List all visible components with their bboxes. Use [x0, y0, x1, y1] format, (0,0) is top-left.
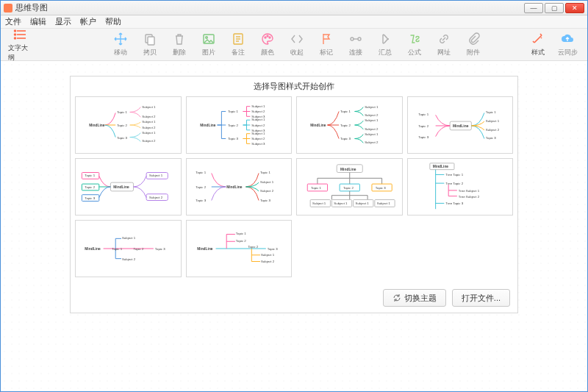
open-file-button[interactable]: 打开文件... [452, 289, 510, 307]
menu-help[interactable]: 帮助 [105, 16, 121, 27]
template-panel: 选择导图样式开始创作 MindLine Topic 1Topic 2Topic … [70, 76, 518, 313]
svg-point-9 [206, 37, 208, 39]
svg-text:Topic 2: Topic 2 [343, 186, 354, 190]
tool-summary[interactable]: 汇总 [373, 32, 398, 57]
tool-note[interactable]: 备注 [226, 32, 251, 57]
maximize-button[interactable]: ▢ [545, 3, 564, 13]
svg-text:Subject 1: Subject 1 [312, 202, 326, 205]
template-card[interactable]: MindLine Topic 1Topic 2Topic 3 Topic 1Su… [186, 158, 293, 215]
svg-text:MindLine: MindLine [453, 124, 469, 128]
svg-text:MindLine: MindLine [200, 124, 216, 127]
svg-text:Topic 3: Topic 3 [85, 196, 95, 200]
svg-point-18 [358, 38, 361, 40]
template-card[interactable]: MindLine Topic 1Topic 2 Subject 1Subject… [186, 220, 293, 277]
template-grid: MindLine Topic 1Topic 2Topic 3 Subject 1… [71, 95, 517, 283]
template-card[interactable]: MindLine Topic 1Topic 2Topic 3 Subject 1… [296, 96, 403, 154]
svg-text:Subject 1: Subject 1 [259, 180, 273, 184]
svg-point-14 [265, 37, 266, 38]
svg-text:Subject 1: Subject 1 [142, 120, 156, 124]
app-icon [4, 4, 12, 13]
svg-text:Topic 2: Topic 2 [196, 185, 206, 189]
switch-theme-button[interactable]: 切换主题 [383, 289, 446, 307]
svg-point-16 [269, 37, 270, 38]
template-card[interactable]: MindLine Topic 1Topic 2Topic 3 Topic 1Su… [407, 96, 514, 154]
tool-collapse[interactable]: 收起 [284, 32, 309, 57]
svg-point-4 [15, 34, 16, 35]
svg-text:Topic 2: Topic 2 [228, 124, 238, 127]
svg-text:Subject 1: Subject 1 [356, 202, 370, 205]
wand-icon [531, 32, 545, 46]
tool-link[interactable]: 连接 [343, 32, 368, 57]
window-controls: — ▢ ✕ [524, 3, 584, 13]
svg-text:Topic 2: Topic 2 [248, 245, 258, 249]
tool-color[interactable]: 颜色 [255, 32, 280, 57]
svg-text:MindLine: MindLine [197, 247, 213, 251]
template-card[interactable]: MindLine Tree Topic 1 Tree Topic 2 Tree … [407, 158, 514, 215]
menu-view[interactable]: 显示 [55, 16, 71, 27]
svg-text:Topic 1: Topic 1 [485, 110, 495, 114]
tool-formula[interactable]: 公式 [402, 32, 427, 57]
menu-file[interactable]: 文件 [5, 16, 21, 27]
svg-text:Subject 2: Subject 2 [365, 140, 379, 144]
template-card[interactable]: MindLine Subject 1Subject 2 Topic 1Topic… [75, 220, 182, 277]
svg-text:MindLine: MindLine [85, 247, 101, 251]
tool-copy[interactable]: 拷贝 [137, 32, 162, 57]
svg-text:Subject 1: Subject 1 [251, 104, 265, 108]
template-card[interactable]: MindLine Topic 1 Topic 2 Topic 3 Subject… [296, 158, 403, 215]
tool-style[interactable]: 样式 [526, 32, 551, 57]
svg-text:Topic 3: Topic 3 [155, 247, 165, 251]
svg-text:Subject 1: Subject 1 [365, 132, 379, 136]
svg-text:Subject 1: Subject 1 [260, 253, 274, 257]
svg-text:Topic 2: Topic 2 [117, 124, 127, 127]
template-card[interactable]: MindLine Topic 1Topic 2Topic 3 Subject 1… [186, 96, 293, 154]
svg-text:Subject 1: Subject 1 [485, 119, 499, 123]
paperclip-icon [466, 32, 481, 46]
tool-mark[interactable]: 标记 [314, 32, 339, 57]
svg-text:Topic 1: Topic 1 [259, 171, 270, 174]
tool-delete[interactable]: 删除 [167, 32, 192, 57]
window-title: 思维导图 [15, 2, 524, 13]
svg-text:Topic 2: Topic 2 [340, 124, 351, 127]
tool-sync[interactable]: 云同步 [555, 32, 580, 57]
svg-text:Tree Topic 1: Tree Topic 1 [445, 173, 463, 177]
tool-attach[interactable]: 附件 [461, 32, 486, 57]
svg-text:Subject 2: Subject 2 [149, 196, 163, 199]
minimize-button[interactable]: — [524, 3, 543, 13]
menu-edit[interactable]: 编辑 [30, 16, 46, 27]
template-card[interactable]: MindLine Topic 1 Topic 2 Topic 3 Subject… [75, 158, 182, 215]
svg-text:MindLine: MindLine [113, 185, 129, 189]
toolbar: 文字大纲 移动 拷贝 删除 图片 备注 颜色 收起 标记 连接 汇总 公式 网址… [1, 29, 587, 61]
svg-text:Subject 1: Subject 1 [334, 202, 348, 205]
svg-text:Topic 2: Topic 2 [418, 124, 429, 128]
svg-text:Topic 3: Topic 3 [228, 137, 238, 140]
svg-text:Topic 1: Topic 1 [235, 232, 245, 235]
svg-text:Subject 1: Subject 1 [365, 118, 379, 122]
svg-text:Subject 2: Subject 2 [251, 110, 265, 113]
svg-text:Subject 1: Subject 1 [142, 105, 156, 109]
close-button[interactable]: ✕ [565, 3, 584, 13]
tool-move[interactable]: 移动 [108, 32, 133, 57]
svg-text:Subject 2: Subject 2 [485, 128, 499, 132]
template-card[interactable]: MindLine Topic 1Topic 2Topic 3 Subject 1… [75, 96, 182, 154]
workspace: 选择导图样式开始创作 MindLine Topic 1Topic 2Topic … [1, 61, 587, 391]
tool-url[interactable]: 网址 [431, 32, 456, 57]
summary-icon [378, 32, 392, 46]
svg-text:Subject 2: Subject 2 [251, 137, 265, 140]
svg-text:Topic 3: Topic 3 [267, 247, 277, 251]
svg-text:Topic 3: Topic 3 [485, 136, 495, 140]
list-icon [13, 27, 28, 42]
svg-text:MindLine: MindLine [340, 168, 356, 171]
tool-image[interactable]: 图片 [196, 32, 221, 57]
move-icon [113, 32, 128, 46]
svg-text:Topic 2: Topic 2 [134, 247, 144, 251]
panel-footer: 切换主题 打开文件... [71, 283, 517, 313]
svg-text:Topic 1: Topic 1 [85, 174, 95, 177]
menu-account[interactable]: 帐户 [80, 16, 96, 27]
svg-text:Subject 2: Subject 2 [142, 126, 156, 129]
tool-outline[interactable]: 文字大纲 [8, 27, 33, 63]
cloud-icon [560, 32, 575, 46]
svg-text:Topic 1: Topic 1 [112, 247, 122, 251]
svg-text:Subject 2: Subject 2 [259, 189, 273, 193]
svg-text:Tree Subject 2: Tree Subject 2 [458, 195, 479, 199]
image-icon [201, 32, 216, 46]
